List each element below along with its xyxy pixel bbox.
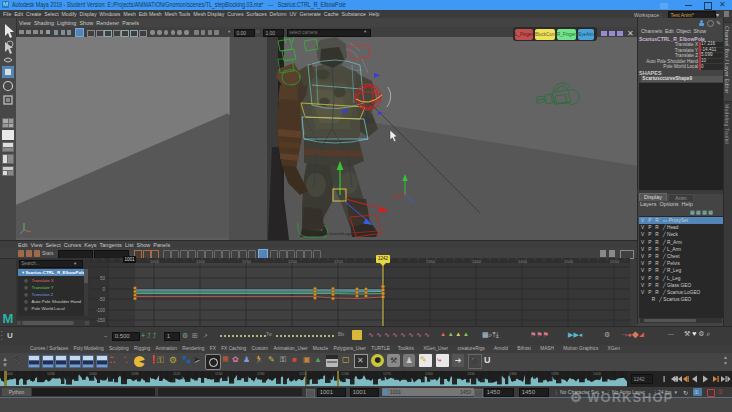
svg-text:1030: 1030	[47, 372, 55, 376]
svg-text:persp (muscleLayer): persp (muscleLayer)	[318, 231, 355, 236]
svg-text:1120: 1120	[173, 372, 181, 376]
svg-text:1350: 1350	[426, 259, 436, 264]
svg-text:1150: 1150	[215, 372, 223, 376]
svg-text:1250: 1250	[334, 259, 344, 264]
svg-text:1400: 1400	[472, 259, 482, 264]
svg-text:1550: 1550	[610, 259, 620, 264]
svg-text:1240: 1240	[341, 372, 349, 376]
svg-text:1330: 1330	[467, 372, 475, 376]
svg-text:1180: 1180	[257, 372, 265, 376]
svg-text:1050: 1050	[150, 259, 160, 264]
svg-text:-150: -150	[96, 318, 106, 323]
svg-text:1150: 1150	[242, 259, 251, 264]
svg-text:-50: -50	[98, 297, 105, 302]
svg-text:1270: 1270	[383, 372, 391, 376]
svg-text:1360: 1360	[509, 372, 517, 376]
svg-text:-100: -100	[96, 308, 106, 313]
svg-text:1500: 1500	[564, 259, 574, 264]
svg-text:1200: 1200	[288, 259, 298, 264]
svg-text:1100: 1100	[196, 259, 205, 264]
svg-text:1090: 1090	[131, 372, 139, 376]
svg-text:1390: 1390	[551, 372, 559, 376]
svg-text:1300: 1300	[425, 372, 433, 376]
svg-text:50: 50	[100, 276, 106, 281]
svg-text:1420: 1420	[593, 372, 601, 376]
svg-text:1060: 1060	[89, 372, 97, 376]
